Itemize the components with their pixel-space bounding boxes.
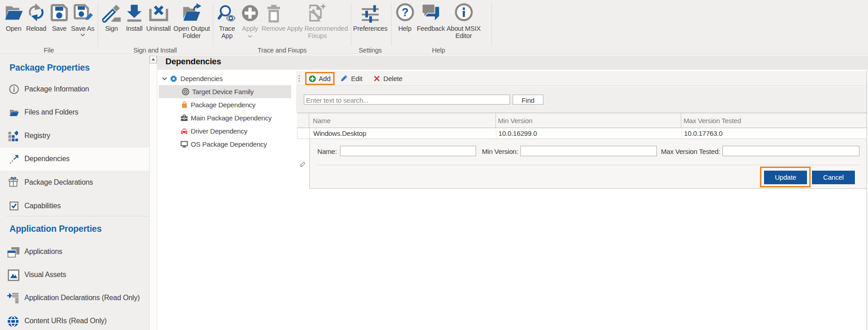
svg-text:?: ?	[401, 6, 408, 19]
